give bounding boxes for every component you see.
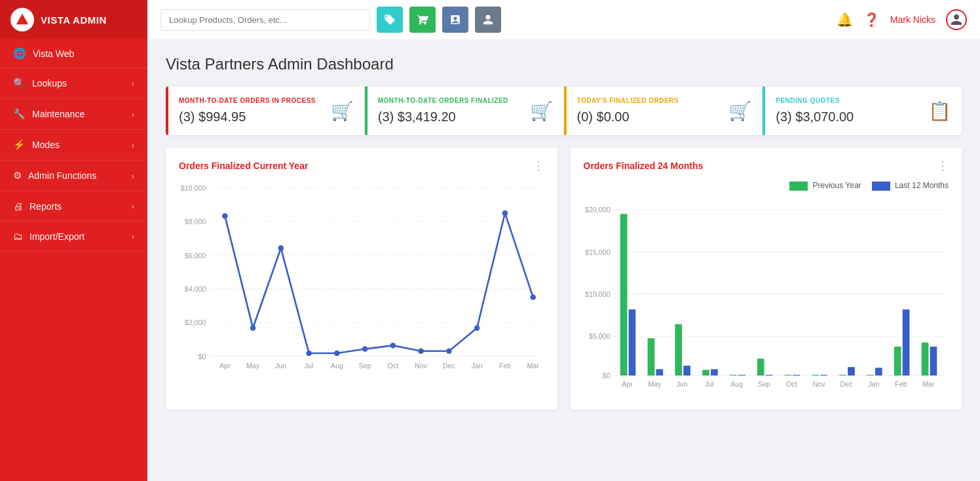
svg-rect-57 xyxy=(757,358,764,375)
cart-icon-button[interactable] xyxy=(409,7,436,33)
legend-previous-year: Previous Year xyxy=(789,181,861,191)
svg-rect-69 xyxy=(921,342,928,375)
sidebar-vista-web-label: Vista Web xyxy=(33,48,74,59)
svg-text:$4,000: $4,000 xyxy=(185,285,206,293)
help-icon[interactable]: ❓ xyxy=(863,12,880,28)
svg-point-22 xyxy=(474,325,480,331)
svg-rect-68 xyxy=(902,309,909,375)
svg-rect-51 xyxy=(675,324,682,375)
app-logo xyxy=(10,8,34,31)
sidebar-item-maintenance[interactable]: 🔧 Maintenance › xyxy=(0,99,147,130)
svg-text:Apr: Apr xyxy=(622,380,633,388)
svg-text:Oct: Oct xyxy=(388,362,399,370)
import-export-icon: 🗂 xyxy=(13,231,23,242)
svg-text:$2,000: $2,000 xyxy=(185,318,206,326)
svg-rect-63 xyxy=(839,375,846,375)
chevron-right-icon: › xyxy=(132,231,134,241)
svg-text:$0: $0 xyxy=(198,353,206,360)
sidebar-item-vista-web[interactable]: 🌐 Vista Web xyxy=(0,39,147,68)
svg-rect-70 xyxy=(930,347,937,375)
sidebar-item-admin-functions[interactable]: ⚙ Admin Functions › xyxy=(0,161,147,191)
cart-kpi-icon-2: 🛒 xyxy=(530,100,553,122)
kpi-label-2: MONTH-TO-DATE ORDERS FINALIZED xyxy=(378,97,550,104)
svg-point-23 xyxy=(502,210,508,216)
sidebar-header: VISTA ADMIN xyxy=(0,0,147,39)
search-container xyxy=(160,9,370,31)
bar-chart-legend: Previous Year Last 12 Months xyxy=(584,181,949,191)
kpi-value-3: (0) $0.00 xyxy=(577,109,749,125)
svg-text:Oct: Oct xyxy=(786,380,797,388)
svg-rect-48 xyxy=(628,309,635,375)
svg-rect-52 xyxy=(683,366,690,375)
svg-point-14 xyxy=(250,325,256,331)
svg-rect-59 xyxy=(784,375,791,375)
chevron-right-icon: › xyxy=(132,201,134,211)
svg-rect-65 xyxy=(867,375,874,375)
kpi-value-1: (3) $994.95 xyxy=(179,109,351,125)
page-title: Vista Partners Admin Dashboard xyxy=(166,55,962,73)
svg-point-19 xyxy=(390,343,396,349)
svg-rect-66 xyxy=(875,368,882,375)
bar-chart-svg: $20,000 $15,000 $10,000 $5,000 $0 xyxy=(584,196,949,399)
svg-point-15 xyxy=(278,245,284,251)
line-chart-menu-icon[interactable]: ⋮ xyxy=(533,159,544,173)
svg-point-17 xyxy=(334,351,340,356)
kpi-card-orders-in-process: MONTH-TO-DATE ORDERS IN PROCESS (3) $994… xyxy=(166,87,365,135)
printer-icon: 🖨 xyxy=(13,201,23,212)
svg-marker-0 xyxy=(16,14,28,25)
bar-chart-title: Orders Finalized 24 Months xyxy=(584,161,704,171)
user-avatar[interactable] xyxy=(946,9,967,30)
chevron-right-icon: › xyxy=(132,79,134,88)
svg-point-21 xyxy=(446,348,452,354)
svg-rect-62 xyxy=(820,375,827,375)
svg-text:Jul: Jul xyxy=(305,362,314,370)
svg-rect-53 xyxy=(702,370,709,375)
kpi-label-3: TODAY'S FINALIZED ORDERS xyxy=(577,97,749,104)
sidebar-item-reports[interactable]: 🖨 Reports › xyxy=(0,191,147,221)
search-icon: 🔍 xyxy=(13,77,26,89)
bar-chart-menu-icon[interactable]: ⋮ xyxy=(937,159,949,173)
svg-text:$5,000: $5,000 xyxy=(588,332,610,340)
search-input[interactable] xyxy=(161,10,305,30)
sidebar-item-lookups[interactable]: 🔍 Lookups › xyxy=(0,68,147,99)
line-chart-card: Orders Finalized Current Year ⋮ $10,000 … xyxy=(166,148,557,410)
svg-text:$10,000: $10,000 xyxy=(181,184,206,192)
kpi-card-orders-finalized: MONTH-TO-DATE ORDERS FINALIZED (3) $3,41… xyxy=(365,87,564,135)
svg-rect-61 xyxy=(812,375,819,375)
globe-icon: 🌐 xyxy=(13,47,26,60)
svg-text:Mar: Mar xyxy=(922,380,935,388)
sidebar: VISTA ADMIN 🌐 Vista Web 🔍 Lookups › 🔧 Ma… xyxy=(0,0,147,481)
svg-text:Feb: Feb xyxy=(895,380,907,388)
svg-rect-60 xyxy=(793,375,800,375)
kpi-label-1: MONTH-TO-DATE ORDERS IN PROCESS xyxy=(179,97,351,104)
cart-kpi-icon-3: 🛒 xyxy=(728,100,751,122)
svg-text:May: May xyxy=(246,362,260,370)
sidebar-item-import-export[interactable]: 🗂 Import/Export › xyxy=(0,221,147,252)
svg-rect-50 xyxy=(656,369,663,375)
user-icon-button[interactable] xyxy=(475,7,501,33)
svg-point-18 xyxy=(362,346,368,352)
svg-text:$8,000: $8,000 xyxy=(185,218,206,225)
svg-text:Jul: Jul xyxy=(705,380,714,388)
wrench-icon: 🔧 xyxy=(13,108,26,120)
orders-icon-button[interactable] xyxy=(442,7,468,33)
tag-icon-button[interactable] xyxy=(377,7,403,33)
notification-bell-icon[interactable]: 🔔 xyxy=(837,12,853,28)
svg-text:$0: $0 xyxy=(602,372,610,379)
topbar: 🔔 ❓ Mark Nicks xyxy=(147,0,980,39)
svg-text:Nov: Nov xyxy=(812,380,825,388)
kpi-row: MONTH-TO-DATE ORDERS IN PROCESS (3) $994… xyxy=(166,87,962,135)
kpi-card-todays-finalized: TODAY'S FINALIZED ORDERS (0) $0.00 🛒 xyxy=(564,87,763,135)
svg-text:$20,000: $20,000 xyxy=(584,206,610,214)
kpi-label-4: PENDING QUOTES xyxy=(776,97,949,104)
svg-text:Jan: Jan xyxy=(868,380,879,388)
charts-row: Orders Finalized Current Year ⋮ $10,000 … xyxy=(166,148,962,410)
svg-rect-58 xyxy=(765,375,772,375)
svg-text:$10,000: $10,000 xyxy=(584,290,610,298)
svg-text:Dec: Dec xyxy=(840,380,853,388)
svg-rect-67 xyxy=(894,347,901,375)
cart-kpi-icon-1: 🛒 xyxy=(331,100,354,122)
svg-text:May: May xyxy=(648,380,662,388)
sidebar-item-modes[interactable]: ⚡ Modes › xyxy=(0,130,147,161)
user-name[interactable]: Mark Nicks xyxy=(890,14,935,25)
